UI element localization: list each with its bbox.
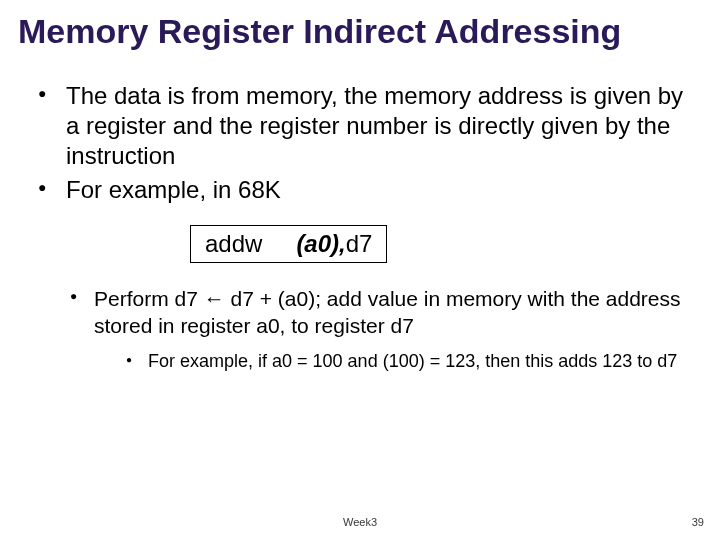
bullet-item: For example, in 68K — [30, 175, 690, 205]
code-operand-italic: (a0), — [296, 230, 345, 257]
slide-title: Memory Register Indirect Addressing — [0, 0, 720, 57]
footer-page-number: 39 — [692, 516, 704, 528]
bullet-item: The data is from memory, the memory addr… — [30, 81, 690, 171]
bullet-list: The data is from memory, the memory addr… — [30, 81, 690, 205]
subsub-list: For example, if a0 = 100 and (100) = 123… — [122, 350, 690, 373]
code-box: addw(a0),d7 — [190, 225, 387, 263]
code-mnemonic: addw — [205, 230, 262, 257]
sub-item: Perform d7 ← d7 + (a0); add value in mem… — [64, 285, 690, 373]
sub-list: Perform d7 ← d7 + (a0); add value in mem… — [64, 285, 690, 373]
code-operand-rest: d7 — [346, 230, 373, 257]
sub-text-pre: Perform d7 — [94, 287, 204, 310]
subsub-item: For example, if a0 = 100 and (100) = 123… — [122, 350, 690, 373]
slide-content: The data is from memory, the memory addr… — [0, 57, 720, 373]
footer-center: Week3 — [0, 516, 720, 528]
left-arrow-icon: ← — [204, 287, 225, 310]
